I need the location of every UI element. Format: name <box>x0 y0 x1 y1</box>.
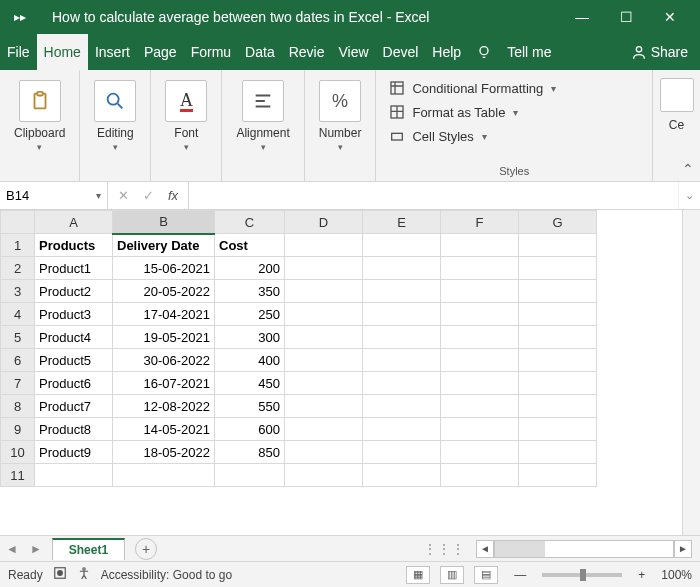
cell-C7[interactable]: 450 <box>215 372 285 395</box>
cell-D3[interactable] <box>285 280 363 303</box>
conditional-formatting-button[interactable]: Conditional Formatting ▾ <box>386 76 642 100</box>
cell-A8[interactable]: Product7 <box>35 395 113 418</box>
cell-G10[interactable] <box>519 441 597 464</box>
cell-B8[interactable]: 12-08-2022 <box>113 395 215 418</box>
cell-A1[interactable]: Products <box>35 234 113 257</box>
row-header-7[interactable]: 7 <box>1 372 35 395</box>
expand-formula-bar-button[interactable]: ⌄ <box>678 182 700 209</box>
cell-E4[interactable] <box>363 303 441 326</box>
tab-insert[interactable]: Insert <box>88 34 137 70</box>
cell-F10[interactable] <box>441 441 519 464</box>
cell-E7[interactable] <box>363 372 441 395</box>
zoom-in-button[interactable]: + <box>632 568 651 582</box>
accessibility-icon[interactable] <box>77 566 91 583</box>
sheet-nav-prev-icon[interactable]: ◄ <box>0 542 24 556</box>
tab-home[interactable]: Home <box>37 34 88 70</box>
cell-E3[interactable] <box>363 280 441 303</box>
cell-A2[interactable]: Product1 <box>35 257 113 280</box>
row-header-2[interactable]: 2 <box>1 257 35 280</box>
cell-C6[interactable]: 400 <box>215 349 285 372</box>
name-box-input[interactable] <box>6 188 76 203</box>
cell-G6[interactable] <box>519 349 597 372</box>
cell-D4[interactable] <box>285 303 363 326</box>
cell-G11[interactable] <box>519 464 597 487</box>
formula-input[interactable] <box>195 182 672 197</box>
sheet-nav-next-icon[interactable]: ► <box>24 542 48 556</box>
cell-A6[interactable]: Product5 <box>35 349 113 372</box>
cell-B9[interactable]: 14-05-2021 <box>113 418 215 441</box>
cell-D2[interactable] <box>285 257 363 280</box>
cell-F2[interactable] <box>441 257 519 280</box>
cell-A5[interactable]: Product4 <box>35 326 113 349</box>
cell-G3[interactable] <box>519 280 597 303</box>
select-all-corner[interactable] <box>1 211 35 234</box>
cell-F1[interactable] <box>441 234 519 257</box>
editing-button[interactable]: Editing ▾ <box>84 76 146 156</box>
cell-B1[interactable]: Delivery Date <box>113 234 215 257</box>
cell-E6[interactable] <box>363 349 441 372</box>
row-header-9[interactable]: 9 <box>1 418 35 441</box>
alignment-button[interactable]: Alignment ▾ <box>226 76 299 156</box>
hscroll-left-icon[interactable]: ◄ <box>476 540 494 558</box>
horizontal-scrollbar[interactable]: ◄ ► <box>476 540 692 558</box>
cell-A10[interactable]: Product9 <box>35 441 113 464</box>
enter-formula-icon[interactable]: ✓ <box>143 188 154 203</box>
column-header-D[interactable]: D <box>285 211 363 234</box>
cell-E11[interactable] <box>363 464 441 487</box>
cell-E10[interactable] <box>363 441 441 464</box>
name-box-dropdown-icon[interactable]: ▾ <box>96 190 101 201</box>
cell-A11[interactable] <box>35 464 113 487</box>
name-box[interactable]: ▾ <box>0 182 108 209</box>
column-header-C[interactable]: C <box>215 211 285 234</box>
fx-icon[interactable]: fx <box>168 188 178 203</box>
tab-split-handle[interactable]: ⋮⋮⋮ <box>424 542 466 556</box>
cell-styles-button[interactable]: Cell Styles ▾ <box>386 124 642 148</box>
cell-F3[interactable] <box>441 280 519 303</box>
cell-C10[interactable]: 850 <box>215 441 285 464</box>
cell-B5[interactable]: 19-05-2021 <box>113 326 215 349</box>
cell-C4[interactable]: 250 <box>215 303 285 326</box>
cell-D9[interactable] <box>285 418 363 441</box>
cell-A3[interactable]: Product2 <box>35 280 113 303</box>
row-header-10[interactable]: 10 <box>1 441 35 464</box>
row-header-1[interactable]: 1 <box>1 234 35 257</box>
column-header-F[interactable]: F <box>441 211 519 234</box>
cell-F6[interactable] <box>441 349 519 372</box>
cell-G2[interactable] <box>519 257 597 280</box>
tab-page-layout[interactable]: Page <box>137 34 184 70</box>
cell-B3[interactable]: 20-05-2022 <box>113 280 215 303</box>
cell-G9[interactable] <box>519 418 597 441</box>
cell-A9[interactable]: Product8 <box>35 418 113 441</box>
hscroll-right-icon[interactable]: ► <box>674 540 692 558</box>
cell-D1[interactable] <box>285 234 363 257</box>
cell-C11[interactable] <box>215 464 285 487</box>
column-header-B[interactable]: B <box>113 211 215 234</box>
tab-data[interactable]: Data <box>238 34 282 70</box>
tab-view[interactable]: View <box>331 34 375 70</box>
cell-F9[interactable] <box>441 418 519 441</box>
cell-E5[interactable] <box>363 326 441 349</box>
cell-B4[interactable]: 17-04-2021 <box>113 303 215 326</box>
row-header-8[interactable]: 8 <box>1 395 35 418</box>
tab-help[interactable]: Help <box>425 34 468 70</box>
row-header-4[interactable]: 4 <box>1 303 35 326</box>
cell-C1[interactable]: Cost <box>215 234 285 257</box>
new-sheet-button[interactable]: + <box>135 538 157 560</box>
close-button[interactable]: ✕ <box>648 9 692 25</box>
cell-F7[interactable] <box>441 372 519 395</box>
cell-G4[interactable] <box>519 303 597 326</box>
tell-me-input[interactable]: Tell me <box>500 34 558 70</box>
cell-G7[interactable] <box>519 372 597 395</box>
cell-C5[interactable]: 300 <box>215 326 285 349</box>
cell-D11[interactable] <box>285 464 363 487</box>
cell-F4[interactable] <box>441 303 519 326</box>
share-button[interactable]: Share <box>619 34 700 70</box>
tab-file[interactable]: File <box>0 34 37 70</box>
cell-C2[interactable]: 200 <box>215 257 285 280</box>
tab-formulas[interactable]: Formu <box>184 34 238 70</box>
hscroll-track[interactable] <box>494 540 674 558</box>
cell-E9[interactable] <box>363 418 441 441</box>
row-header-6[interactable]: 6 <box>1 349 35 372</box>
cell-E2[interactable] <box>363 257 441 280</box>
cell-D8[interactable] <box>285 395 363 418</box>
